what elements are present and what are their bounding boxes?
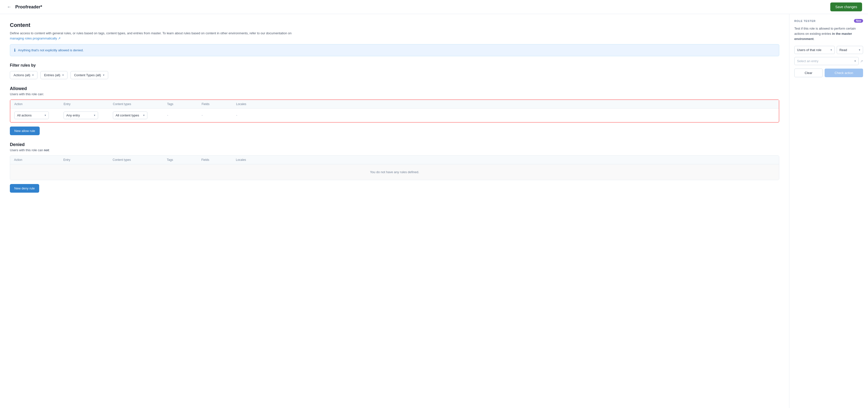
allowed-desc: Users with this role can: xyxy=(10,92,779,96)
denied-col-fields: Fields xyxy=(202,158,236,162)
info-icon: ℹ xyxy=(14,48,16,53)
info-text: Anything that's not explicitly allowed i… xyxy=(18,48,84,52)
clear-button[interactable]: Clear xyxy=(794,68,823,77)
check-action-button[interactable]: Check action xyxy=(825,68,863,77)
new-allow-rule-button[interactable]: New allow rule xyxy=(10,126,40,135)
denied-table-header: Action Entry Content types Tags Fields L… xyxy=(10,156,779,164)
col-tags: Tags xyxy=(167,103,202,106)
sidebar-title: ROLE TESTER xyxy=(794,20,816,23)
denied-col-content-types: Content types xyxy=(113,158,167,162)
content-section-desc: Define access to content with general ru… xyxy=(10,31,779,41)
row-content-types-dropdown[interactable]: All content types ▾ xyxy=(113,112,147,119)
entries-filter-dropdown[interactable]: Entries (all) ▾ xyxy=(40,71,67,79)
role-dropdown-label: Users of that role xyxy=(797,48,822,52)
row-locales-cell: - xyxy=(236,113,271,117)
back-button[interactable]: ← xyxy=(6,3,12,10)
col-content-types: Content types xyxy=(113,103,167,106)
info-box: ℹ Anything that's not explicitly allowed… xyxy=(10,44,779,56)
allowed-table-row: All actions ▾ Any entry ▾ xyxy=(10,109,779,122)
row-content-types-cell: All content types ▾ xyxy=(113,112,167,119)
action-dropdown-chevron: ▾ xyxy=(859,48,860,52)
actions-filter-label: Actions (all) xyxy=(13,73,30,77)
role-dropdown[interactable]: Users of that role ▾ xyxy=(794,46,835,54)
allowed-title: Allowed xyxy=(10,86,779,91)
denied-col-tags: Tags xyxy=(167,158,202,162)
action-dropdown-label: Read xyxy=(839,48,847,52)
row-fields-cell: - xyxy=(202,113,236,117)
row-tags-cell: - xyxy=(167,113,202,117)
col-entry: Entry xyxy=(64,103,113,106)
actions-filter-chevron: ▾ xyxy=(32,74,34,77)
actions-filter-dropdown[interactable]: Actions (all) ▾ xyxy=(10,71,37,79)
denied-rules-table: Action Entry Content types Tags Fields L… xyxy=(10,155,779,180)
role-dropdown-chevron: ▾ xyxy=(831,48,832,52)
entry-dropdown[interactable]: Select an entry ▾ xyxy=(794,57,859,65)
col-fields: Fields xyxy=(202,103,236,106)
row-content-types-chevron: ▾ xyxy=(143,114,145,117)
allowed-rules-table: Action Entry Content types Tags Fields L… xyxy=(10,100,779,122)
row-entry-label: Any entry xyxy=(66,114,80,117)
new-deny-rule-button[interactable]: New deny rule xyxy=(10,184,39,193)
denied-title: Denied xyxy=(10,142,779,147)
row-entry-chevron: ▾ xyxy=(94,114,95,117)
content-area: Content Define access to content with ge… xyxy=(0,14,789,408)
select-entry-row: Select an entry ▾ ↗ xyxy=(794,57,863,65)
denied-col-action: Action xyxy=(14,158,63,162)
page-title: Proofreader* xyxy=(15,4,42,10)
row-action-label: All actions xyxy=(17,114,32,117)
row-entry-dropdown[interactable]: Any entry ▾ xyxy=(64,112,98,119)
filter-label: Filter rules by xyxy=(10,63,779,67)
main-layout: Content Define access to content with ge… xyxy=(0,14,868,408)
row-action-cell: All actions ▾ xyxy=(14,112,64,119)
sidebar-role-row: Users of that role ▾ Read ▾ xyxy=(794,46,863,54)
entries-filter-chevron: ▾ xyxy=(62,74,64,77)
external-link-icon[interactable]: ↗ xyxy=(860,59,863,63)
allowed-table-header: Action Entry Content types Tags Fields L… xyxy=(10,100,779,109)
denied-col-locales: Locales xyxy=(236,158,270,162)
allowed-section: Allowed Users with this role can: Action… xyxy=(10,86,779,135)
docs-link[interactable]: managing roles programmatically ↗ xyxy=(10,36,61,40)
entry-dropdown-chevron: ▾ xyxy=(855,59,856,63)
filter-row: Actions (all) ▾ Entries (all) ▾ Content … xyxy=(10,71,779,79)
col-action: Action xyxy=(14,103,64,106)
denied-section: Denied Users with this role can not: Act… xyxy=(10,142,779,193)
sidebar-desc: Test if this role is allowed to perform … xyxy=(794,26,863,41)
row-action-chevron: ▾ xyxy=(44,114,46,117)
denied-desc: Users with this role can not: xyxy=(10,148,779,152)
content-section-title: Content xyxy=(10,22,779,28)
denied-col-entry: Entry xyxy=(63,158,113,162)
header-left: ← Proofreader* xyxy=(6,3,42,10)
row-content-types-label: All content types xyxy=(116,114,139,117)
row-entry-cell: Any entry ▾ xyxy=(64,112,113,119)
content-types-filter-label: Content Types (all) xyxy=(74,73,101,77)
denied-empty-row: You do not have any rules defined. xyxy=(10,164,779,180)
entry-dropdown-label: Select an entry xyxy=(797,59,818,63)
content-types-filter-dropdown[interactable]: Content Types (all) ▾ xyxy=(70,71,108,79)
row-action-dropdown[interactable]: All actions ▾ xyxy=(14,112,49,119)
action-dropdown[interactable]: Read ▾ xyxy=(837,46,863,54)
header: ← Proofreader* Save changes xyxy=(0,0,868,14)
sidebar-actions: Clear Check action xyxy=(794,68,863,77)
entries-filter-label: Entries (all) xyxy=(44,73,60,77)
filter-section: Filter rules by Actions (all) ▾ Entries … xyxy=(10,63,779,79)
sidebar: ROLE TESTER New Test if this role is all… xyxy=(789,14,868,408)
sidebar-header: ROLE TESTER New xyxy=(794,19,863,23)
save-button[interactable]: Save changes xyxy=(830,2,862,11)
col-locales: Locales xyxy=(236,103,271,106)
new-badge: New xyxy=(854,19,863,23)
allowed-rules-table-wrapper: Action Entry Content types Tags Fields L… xyxy=(10,99,779,123)
content-types-filter-chevron: ▾ xyxy=(103,74,104,77)
